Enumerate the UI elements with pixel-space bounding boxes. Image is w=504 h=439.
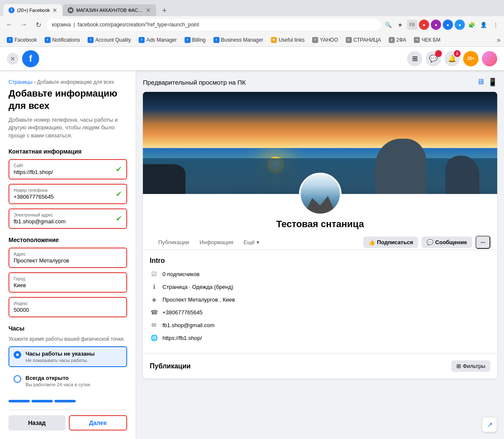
location-section-title: Местоположение — [9, 237, 127, 243]
ext4-icon[interactable]: ● — [443, 20, 453, 30]
fb-nav-right: ⊞ 💬 🔔 2 20+ — [407, 51, 497, 66]
postal-field[interactable]: Индекс 50000 — [9, 297, 127, 317]
next-page-button[interactable]: Далее — [69, 415, 128, 430]
tab-information[interactable]: Информация — [198, 235, 235, 250]
fb-close-button[interactable]: ✕ — [7, 53, 19, 65]
intro-card: Intro ☑ 0 подписчиков ℹ Страница · Одежд… — [143, 250, 497, 353]
bookmark-notifications[interactable]: f Notifications — [41, 36, 83, 44]
messenger-icon[interactable]: 💬 — [426, 51, 441, 66]
more-options-button[interactable]: ··· — [476, 236, 490, 249]
bookmark-business-manager[interactable]: f Business Manager — [210, 36, 267, 44]
intro-email: ✉ fb1.shop@gmail.com — [150, 321, 490, 329]
location-icon: ◈ — [150, 295, 158, 304]
bookmark-favicon-2fa: 2 — [389, 37, 395, 43]
search-icon[interactable]: 🔍 — [383, 20, 393, 30]
address-input[interactable] — [47, 19, 381, 31]
phone-text: +380677765645 — [162, 309, 202, 316]
bookmark-facebook[interactable]: f Facebook — [3, 36, 40, 44]
email-value: fb1.shop@gmail.com — [14, 218, 122, 225]
grid-icon[interactable]: ⊞ — [407, 51, 422, 66]
bookmark-2fa[interactable]: 2 2ФА — [385, 36, 410, 44]
preview-header: Предварительный просмотр на ПК 🖥 📱 — [143, 77, 497, 87]
subscribe-icon: 👍 — [368, 239, 375, 245]
fb-logo[interactable]: f — [22, 50, 39, 67]
external-link-button[interactable]: ↗ — [482, 417, 497, 432]
bookmark-favicon-yahoo: Y — [312, 37, 318, 43]
bookmark-useful-links[interactable]: ★ Useful links — [268, 36, 308, 44]
user-avatar[interactable] — [482, 51, 497, 66]
message-label: Сообщение — [435, 239, 467, 245]
progress-bar-3 — [54, 400, 76, 402]
intro-subscribers: ☑ 0 подписчиков — [150, 270, 490, 278]
hours-description: Укажите время работы вашей физической то… — [9, 336, 127, 342]
message-button[interactable]: 💬 Сообщение — [421, 237, 472, 248]
tab-shop[interactable]: М МАГАЗИН АККАУНТОВ ФАСEBO... ✕ — [63, 4, 156, 16]
reload-button[interactable]: ↻ — [32, 19, 44, 31]
star-icon[interactable]: ★ — [395, 20, 405, 30]
email-field[interactable]: Электронный адрес fb1.shop@gmail.com ✔ — [9, 208, 127, 229]
bookmark-label-bill: Billing — [192, 37, 206, 43]
user-icon[interactable]: 👤 — [478, 20, 489, 30]
phone-value: +380677765645 — [14, 194, 122, 200]
breadcrumb-link[interactable]: Страницы — [9, 79, 32, 85]
bookmarks-more-icon[interactable]: » — [497, 36, 501, 44]
phone-check-icon: ✔ — [116, 189, 122, 199]
address-field[interactable]: Адрес Проспект Металургов — [9, 248, 127, 268]
ext1-icon[interactable]: FB — [407, 20, 417, 30]
back-button[interactable]: ← — [3, 19, 15, 31]
bookmark-label-aq: Account Quality — [95, 37, 131, 43]
bookmark-yahoo[interactable]: Y YAHOO — [309, 36, 341, 44]
preview-page-name: Тестовая снтаница — [276, 219, 364, 230]
bookmark-ads-manager[interactable]: f Ads Manager — [135, 36, 180, 44]
phone-field[interactable]: Номер телефона +380677765645 ✔ — [9, 184, 127, 204]
bookmark-account-quality[interactable]: f Account Quality — [84, 36, 134, 44]
intro-website: 🌐 https://fb1.shop/ — [150, 334, 490, 342]
fb-nav-left: ✕ f — [7, 50, 39, 67]
email-intro-icon: ✉ — [150, 321, 158, 329]
profile-menu[interactable]: 20+ — [463, 51, 478, 66]
subscribe-button[interactable]: 👍 Подписаться — [363, 237, 418, 248]
tab-close-1[interactable]: ✕ — [52, 7, 57, 14]
tab-favicon-1: f — [9, 7, 14, 13]
tab-close-2[interactable]: ✕ — [146, 7, 151, 14]
tab-favicon-2: М — [68, 7, 74, 13]
intro-phone: ☎ +380677765645 — [150, 308, 490, 316]
intro-title: Intro — [150, 257, 490, 265]
bookmark-chek-bm[interactable]: Ч ЧЕК БМ — [410, 36, 444, 44]
tab-publications[interactable]: Публикации — [157, 235, 191, 250]
mobile-view-icon[interactable]: 📱 — [488, 77, 497, 87]
new-tab-button[interactable]: + — [159, 6, 169, 16]
phone-label: Номер телефона — [14, 188, 122, 193]
ext2-icon[interactable]: ● — [419, 20, 429, 30]
plus-badge: 20+ — [467, 56, 475, 61]
menu-icon[interactable]: ⋮ — [490, 20, 501, 30]
desktop-view-icon[interactable]: 🖥 — [477, 77, 484, 87]
ext5-icon[interactable]: ● — [455, 20, 465, 30]
radio-always-open[interactable]: Всегда открыто Вы работаете 24 часа в су… — [9, 371, 127, 391]
subscribers-icon: ☑ — [150, 270, 158, 278]
tab-facebook[interactable]: f (20+) Facebook ✕ — [3, 4, 63, 16]
bookmark-label-str: СТРАНИЦА — [353, 37, 381, 43]
back-page-button[interactable]: Назад — [9, 415, 65, 430]
bookmark-favicon-bm: f — [214, 37, 219, 43]
website-field[interactable]: Сайт https://fb1.shop/ ✔ — [9, 159, 127, 180]
forward-button[interactable]: → — [18, 19, 30, 31]
tab-bar: f (20+) Facebook ✕ М МАГАЗИН АККАУНТОВ Ф… — [0, 0, 504, 16]
radio-no-hours[interactable]: Часы работы не указаны Не показывать час… — [9, 346, 127, 367]
bookmark-stranitsa[interactable]: С СТРАНИЦА — [342, 36, 384, 44]
city-field[interactable]: Город Киев — [9, 272, 127, 293]
extensions-icon[interactable]: 🧩 — [467, 20, 477, 30]
bookmark-billing[interactable]: f Billing — [181, 36, 209, 44]
filter-button[interactable]: ⊞ Фильтры — [451, 360, 490, 372]
tab-more[interactable]: Ещё ▾ — [242, 235, 261, 250]
publications-title: Публикации — [150, 362, 191, 370]
bookmark-favicon-aq: f — [88, 37, 94, 43]
tab-title-2: МАГАЗИН АККАУНТОВ ФАСEBO... — [76, 8, 143, 13]
postal-value: 50000 — [14, 307, 122, 313]
ext3-icon[interactable]: ● — [431, 20, 441, 30]
email-check-icon: ✔ — [116, 214, 122, 223]
city-value: Киев — [14, 282, 122, 288]
bookmark-label-am: Ads Manager — [146, 37, 177, 43]
bookmark-favicon-am: f — [139, 37, 145, 43]
notifications-icon[interactable]: 🔔 2 — [444, 51, 460, 66]
